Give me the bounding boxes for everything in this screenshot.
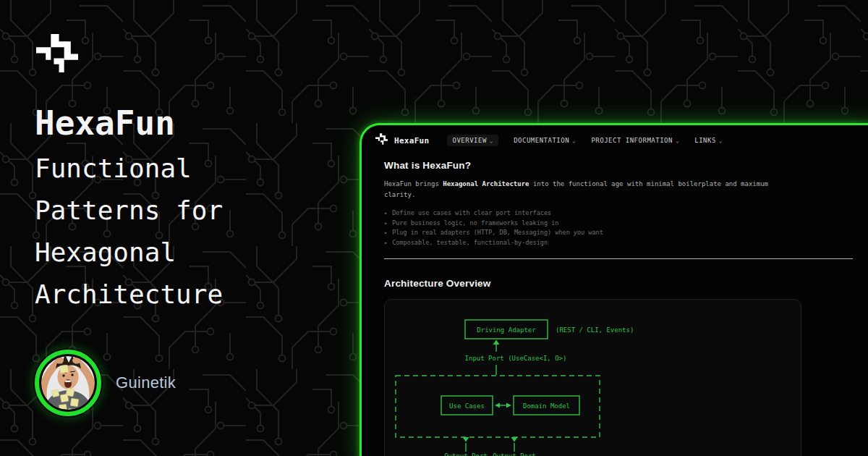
card-title-block: HexaFun Functional Patterns for Hexagona… (35, 101, 223, 316)
bullet-icon: ▸ (384, 239, 388, 246)
architecture-heading: Architecture Overview (384, 278, 853, 289)
author-name: Guinetik (116, 373, 176, 392)
use-cases-label: Use Cases (449, 402, 485, 410)
driving-adapter-label: Driving Adapter (477, 326, 536, 334)
arrow-left-icon (495, 403, 500, 408)
subtitle-line: Hexagonal (35, 232, 223, 274)
nav-item-documentation[interactable]: DOCUMENTATION⌄ (514, 137, 576, 144)
site-preview-window: HexaFun OVERVIEW⌄ DOCUMENTATION⌄ PROJECT… (359, 123, 868, 456)
arrow-down-icon (511, 437, 518, 442)
bullet-icon: ▸ (384, 229, 388, 236)
bullet-icon: ▸ (384, 219, 388, 227)
subtitle-line: Functional (35, 148, 223, 190)
hexafun-logo-icon (36, 34, 78, 75)
list-item: ▸Pure business logic, no frameworks leak… (384, 219, 853, 229)
list-item: ▸Define use cases with clear port interf… (384, 208, 853, 219)
intro-paragraph: HexaFun brings Hexagonal Architecture in… (384, 179, 780, 200)
domain-model-label: Domain Model (523, 402, 570, 410)
brand-name: HexaFun (394, 136, 429, 145)
list-item: ▸Composable, testable, functional-by-des… (384, 238, 853, 248)
architecture-diagram: Driving Adapter (REST / CLI, Events) Inp… (385, 300, 801, 456)
nav-item-project-information[interactable]: PROJECT INFORMATION⌄ (591, 137, 679, 144)
bullet-icon: ▸ (384, 209, 388, 216)
chevron-down-icon: ⌄ (719, 138, 723, 144)
avatar (33, 348, 103, 418)
subtitle-line: Architecture (35, 274, 223, 316)
feature-list: ▸Define use cases with clear port interf… (384, 208, 853, 248)
chevron-down-icon: ⌄ (490, 138, 493, 144)
architecture-diagram-panel: Driving Adapter (REST / CLI, Events) Inp… (384, 299, 801, 456)
author-row: Guinetik (33, 348, 176, 418)
page-title: HexaFun (35, 101, 223, 145)
driving-note-label: (REST / CLI, Events) (556, 326, 634, 334)
hexafun-logo-icon-small (375, 133, 388, 148)
site-header: HexaFun OVERVIEW⌄ DOCUMENTATION⌄ PROJECT… (362, 125, 868, 153)
arrow-right-icon (506, 403, 511, 408)
input-port-label: Input Port (UseCase<I, O>) (465, 355, 567, 362)
nav-item-links[interactable]: LINKS⌄ (694, 137, 723, 144)
arrow-down-icon (463, 437, 469, 442)
chevron-down-icon: ⌄ (572, 138, 576, 144)
nav-item-overview[interactable]: OVERVIEW⌄ (447, 135, 498, 146)
arrow-up-icon (493, 340, 500, 345)
output-port-label: Output Port (444, 452, 488, 456)
og-card: { "page": { "title": "HexaFun", "subtitl… (0, 0, 868, 456)
section-divider (384, 258, 853, 259)
about-heading: What is HexaFun? (384, 160, 853, 171)
subtitle-line: Patterns for (35, 190, 223, 232)
output-port-label: Output Port (493, 452, 536, 456)
main-nav: OVERVIEW⌄ DOCUMENTATION⌄ PROJECT INFORMA… (447, 135, 723, 146)
intro-bold: Hexagonal Architecture (443, 180, 529, 187)
list-item: ▸Plug in real adapters (HTTP, DB, Messag… (384, 228, 853, 238)
chevron-down-icon: ⌄ (676, 138, 679, 144)
